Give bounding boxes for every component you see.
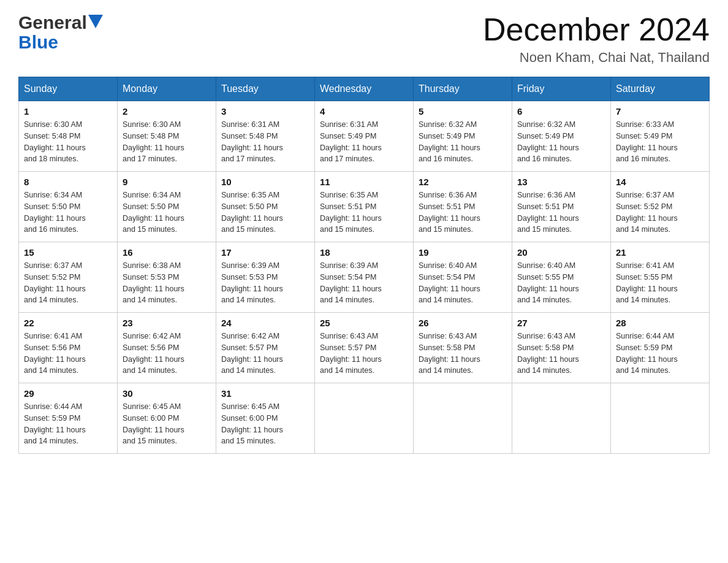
calendar-cell: 4 Sunrise: 6:31 AMSunset: 5:49 PMDayligh… — [315, 101, 414, 172]
title-section: December 2024 Noen Kham, Chai Nat, Thail… — [483, 12, 710, 66]
calendar-cell: 19 Sunrise: 6:40 AMSunset: 5:54 PMDaylig… — [414, 242, 512, 313]
day-info: Sunrise: 6:44 AMSunset: 5:59 PMDaylight:… — [616, 332, 678, 375]
week-row-2: 8 Sunrise: 6:34 AMSunset: 5:50 PMDayligh… — [19, 172, 710, 242]
day-number: 28 — [616, 318, 704, 328]
day-number: 7 — [616, 106, 704, 117]
calendar-cell: 31 Sunrise: 6:45 AMSunset: 6:00 PMDaylig… — [216, 383, 315, 454]
day-info: Sunrise: 6:32 AMSunset: 5:49 PMDaylight:… — [517, 120, 579, 163]
calendar-cell: 16 Sunrise: 6:38 AMSunset: 5:53 PMDaylig… — [118, 242, 216, 313]
calendar-cell — [512, 383, 611, 454]
day-info: Sunrise: 6:44 AMSunset: 5:59 PMDaylight:… — [24, 402, 86, 445]
day-number: 23 — [123, 318, 211, 328]
day-info: Sunrise: 6:36 AMSunset: 5:51 PMDaylight:… — [517, 191, 579, 234]
week-row-1: 1 Sunrise: 6:30 AMSunset: 5:48 PMDayligh… — [19, 101, 710, 172]
day-info: Sunrise: 6:39 AMSunset: 5:53 PMDaylight:… — [221, 261, 283, 304]
day-info: Sunrise: 6:45 AMSunset: 6:00 PMDaylight:… — [123, 402, 184, 445]
day-number: 4 — [320, 106, 408, 117]
calendar-cell: 22 Sunrise: 6:41 AMSunset: 5:56 PMDaylig… — [19, 313, 118, 383]
day-info: Sunrise: 6:34 AMSunset: 5:50 PMDaylight:… — [24, 191, 86, 234]
calendar-cell: 6 Sunrise: 6:32 AMSunset: 5:49 PMDayligh… — [512, 101, 611, 172]
day-info: Sunrise: 6:34 AMSunset: 5:50 PMDaylight:… — [123, 191, 184, 234]
day-number: 6 — [517, 106, 605, 117]
svg-marker-0 — [88, 15, 103, 28]
week-row-5: 29 Sunrise: 6:44 AMSunset: 5:59 PMDaylig… — [19, 383, 710, 454]
calendar-cell: 21 Sunrise: 6:41 AMSunset: 5:55 PMDaylig… — [611, 242, 710, 313]
day-info: Sunrise: 6:32 AMSunset: 5:49 PMDaylight:… — [419, 120, 480, 163]
day-number: 21 — [616, 247, 704, 258]
day-info: Sunrise: 6:38 AMSunset: 5:53 PMDaylight:… — [123, 261, 184, 304]
day-number: 1 — [24, 106, 112, 117]
calendar-cell: 11 Sunrise: 6:35 AMSunset: 5:51 PMDaylig… — [315, 172, 414, 242]
day-number: 17 — [221, 247, 309, 258]
weekday-header-row: SundayMondayTuesdayWednesdayThursdayFrid… — [19, 77, 710, 101]
calendar-cell: 12 Sunrise: 6:36 AMSunset: 5:51 PMDaylig… — [414, 172, 512, 242]
day-number: 20 — [517, 247, 605, 258]
weekday-header-friday: Friday — [512, 77, 611, 101]
day-info: Sunrise: 6:43 AMSunset: 5:58 PMDaylight:… — [517, 332, 579, 375]
day-info: Sunrise: 6:40 AMSunset: 5:55 PMDaylight:… — [517, 261, 579, 304]
day-number: 5 — [419, 106, 507, 117]
day-info: Sunrise: 6:31 AMSunset: 5:48 PMDaylight:… — [221, 120, 283, 163]
calendar-cell: 27 Sunrise: 6:43 AMSunset: 5:58 PMDaylig… — [512, 313, 611, 383]
day-number: 14 — [616, 177, 704, 187]
day-number: 24 — [221, 318, 309, 328]
day-info: Sunrise: 6:31 AMSunset: 5:49 PMDaylight:… — [320, 120, 382, 163]
calendar-cell: 25 Sunrise: 6:43 AMSunset: 5:57 PMDaylig… — [315, 313, 414, 383]
calendar-cell: 5 Sunrise: 6:32 AMSunset: 5:49 PMDayligh… — [414, 101, 512, 172]
day-number: 27 — [517, 318, 605, 328]
day-info: Sunrise: 6:42 AMSunset: 5:56 PMDaylight:… — [123, 332, 184, 375]
calendar-cell: 28 Sunrise: 6:44 AMSunset: 5:59 PMDaylig… — [611, 313, 710, 383]
calendar-cell: 1 Sunrise: 6:30 AMSunset: 5:48 PMDayligh… — [19, 101, 118, 172]
logo-general: General — [18, 12, 87, 33]
day-number: 18 — [320, 247, 408, 258]
day-info: Sunrise: 6:37 AMSunset: 5:52 PMDaylight:… — [616, 191, 678, 234]
day-info: Sunrise: 6:41 AMSunset: 5:55 PMDaylight:… — [616, 261, 678, 304]
weekday-header-tuesday: Tuesday — [216, 77, 315, 101]
day-info: Sunrise: 6:43 AMSunset: 5:57 PMDaylight:… — [320, 332, 382, 375]
day-info: Sunrise: 6:40 AMSunset: 5:54 PMDaylight:… — [419, 261, 480, 304]
calendar-cell: 14 Sunrise: 6:37 AMSunset: 5:52 PMDaylig… — [611, 172, 710, 242]
calendar-cell: 7 Sunrise: 6:33 AMSunset: 5:49 PMDayligh… — [611, 101, 710, 172]
day-info: Sunrise: 6:39 AMSunset: 5:54 PMDaylight:… — [320, 261, 382, 304]
week-row-4: 22 Sunrise: 6:41 AMSunset: 5:56 PMDaylig… — [19, 313, 710, 383]
weekday-header-thursday: Thursday — [414, 77, 512, 101]
day-info: Sunrise: 6:35 AMSunset: 5:51 PMDaylight:… — [320, 191, 382, 234]
day-number: 26 — [419, 318, 507, 328]
day-info: Sunrise: 6:37 AMSunset: 5:52 PMDaylight:… — [24, 261, 86, 304]
day-info: Sunrise: 6:42 AMSunset: 5:57 PMDaylight:… — [221, 332, 283, 375]
day-number: 16 — [123, 247, 211, 258]
calendar-cell: 15 Sunrise: 6:37 AMSunset: 5:52 PMDaylig… — [19, 242, 118, 313]
day-number: 2 — [123, 106, 211, 117]
day-number: 25 — [320, 318, 408, 328]
day-number: 3 — [221, 106, 309, 117]
day-number: 31 — [221, 388, 309, 399]
calendar-cell: 9 Sunrise: 6:34 AMSunset: 5:50 PMDayligh… — [118, 172, 216, 242]
calendar-cell: 20 Sunrise: 6:40 AMSunset: 5:55 PMDaylig… — [512, 242, 611, 313]
logo-triangle-icon — [88, 15, 103, 28]
day-number: 11 — [320, 177, 408, 187]
day-info: Sunrise: 6:45 AMSunset: 6:00 PMDaylight:… — [221, 402, 283, 445]
day-number: 12 — [419, 177, 507, 187]
calendar-cell: 3 Sunrise: 6:31 AMSunset: 5:48 PMDayligh… — [216, 101, 315, 172]
day-number: 15 — [24, 247, 112, 258]
day-number: 19 — [419, 247, 507, 258]
day-info: Sunrise: 6:41 AMSunset: 5:56 PMDaylight:… — [24, 332, 86, 375]
day-number: 22 — [24, 318, 112, 328]
day-number: 29 — [24, 388, 112, 399]
day-info: Sunrise: 6:33 AMSunset: 5:49 PMDaylight:… — [616, 120, 678, 163]
calendar-cell — [611, 383, 710, 454]
calendar-cell: 13 Sunrise: 6:36 AMSunset: 5:51 PMDaylig… — [512, 172, 611, 242]
calendar-cell: 18 Sunrise: 6:39 AMSunset: 5:54 PMDaylig… — [315, 242, 414, 313]
calendar-cell — [414, 383, 512, 454]
day-info: Sunrise: 6:30 AMSunset: 5:48 PMDaylight:… — [123, 120, 184, 163]
month-title: December 2024 — [483, 12, 710, 47]
calendar-cell: 10 Sunrise: 6:35 AMSunset: 5:50 PMDaylig… — [216, 172, 315, 242]
logo-blue: Blue — [18, 33, 58, 52]
week-row-3: 15 Sunrise: 6:37 AMSunset: 5:52 PMDaylig… — [19, 242, 710, 313]
day-info: Sunrise: 6:35 AMSunset: 5:50 PMDaylight:… — [221, 191, 283, 234]
location-title: Noen Kham, Chai Nat, Thailand — [483, 50, 710, 66]
calendar-cell: 2 Sunrise: 6:30 AMSunset: 5:48 PMDayligh… — [118, 101, 216, 172]
logo: General Blue — [18, 12, 103, 52]
calendar-cell: 26 Sunrise: 6:43 AMSunset: 5:58 PMDaylig… — [414, 313, 512, 383]
calendar-cell: 8 Sunrise: 6:34 AMSunset: 5:50 PMDayligh… — [19, 172, 118, 242]
